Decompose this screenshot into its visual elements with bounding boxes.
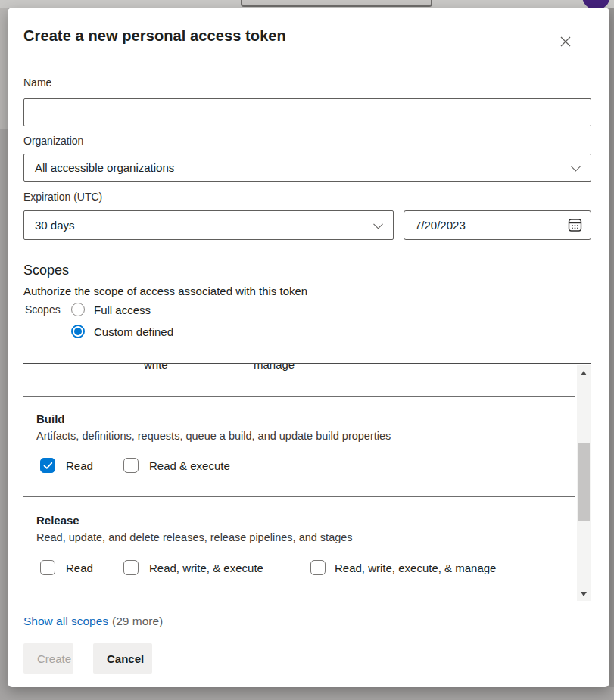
scope-section-release-title: Release bbox=[36, 514, 79, 527]
name-label: Name bbox=[23, 76, 51, 89]
background-search-box bbox=[241, 0, 432, 7]
expiration-label: Expiration (UTC) bbox=[23, 191, 102, 203]
checkbox-checked-icon[interactable] bbox=[40, 458, 55, 473]
scope-section-build-description: Artifacts, definitions, requests, queue … bbox=[36, 430, 391, 442]
dialog-title: Create a new personal access token bbox=[23, 27, 286, 45]
show-all-scopes-link[interactable]: Show all scopes bbox=[23, 614, 108, 627]
build-permissions-row: Read Read & execute bbox=[23, 458, 575, 474]
organization-label: Organization bbox=[23, 135, 83, 147]
checkbox-icon[interactable] bbox=[123, 560, 139, 575]
checkbox-label: Read & execute bbox=[149, 459, 230, 472]
chevron-down-icon bbox=[373, 219, 383, 229]
section-divider bbox=[23, 396, 575, 397]
cancel-button[interactable]: Cancel bbox=[93, 643, 152, 674]
expiration-date-value: 7/20/2023 bbox=[404, 219, 466, 232]
chevron-down-icon bbox=[571, 161, 581, 171]
scrollbar-thumb[interactable] bbox=[578, 443, 590, 521]
dimmed-page-right-edge bbox=[609, 8, 614, 687]
scopes-scroll-area: write manage Build Artifacts, definition… bbox=[23, 363, 591, 601]
checkbox-icon[interactable] bbox=[40, 560, 55, 575]
create-pat-dialog: Create a new personal access token Name … bbox=[8, 8, 609, 687]
scopes-heading: Scopes bbox=[23, 263, 69, 278]
footer-link-row: Show all scopes(29 more) bbox=[23, 614, 163, 628]
checkbox-label: Read bbox=[66, 459, 93, 472]
clipped-scope-row: write manage bbox=[23, 364, 575, 371]
expiration-date-field[interactable]: 7/20/2023 bbox=[404, 210, 591, 240]
radio-full-access-label: Full access bbox=[94, 303, 151, 316]
expiration-duration-dropdown[interactable]: 30 days bbox=[23, 210, 394, 240]
vertical-scrollbar[interactable] bbox=[577, 365, 591, 601]
expiration-duration-value: 30 days bbox=[24, 219, 75, 232]
scope-section-build-title: Build bbox=[36, 412, 65, 425]
checkbox-label: Read, write, & execute bbox=[149, 562, 263, 574]
clipped-text-manage: manage bbox=[254, 364, 295, 371]
scope-section-release-description: Read, update, and delete releases, relea… bbox=[36, 531, 353, 543]
release-permissions-row: Read Read, write, & execute Read, write,… bbox=[23, 560, 575, 577]
checkbox-label: Read, write, execute, & manage bbox=[335, 562, 496, 574]
calendar-icon[interactable] bbox=[568, 218, 582, 235]
organization-dropdown[interactable]: All accessible organizations bbox=[23, 154, 591, 182]
scrollbar-up-arrow-icon[interactable] bbox=[577, 366, 591, 379]
more-scopes-count: (29 more) bbox=[112, 614, 163, 627]
radio-selected-icon[interactable] bbox=[71, 325, 85, 338]
checkbox-icon[interactable] bbox=[123, 458, 139, 473]
organization-dropdown-value: All accessible organizations bbox=[24, 161, 174, 174]
radio-custom-defined[interactable]: Custom defined bbox=[71, 325, 173, 338]
scopes-radio-group-label: Scopes bbox=[25, 303, 61, 316]
checkbox-icon[interactable] bbox=[310, 560, 326, 575]
create-button[interactable]: Create bbox=[23, 643, 73, 674]
clipped-text-write: write bbox=[144, 364, 168, 371]
close-icon[interactable] bbox=[553, 29, 578, 54]
radio-full-access[interactable]: Full access bbox=[71, 303, 151, 316]
dimmed-page-left-edge bbox=[0, 8, 8, 129]
radio-icon[interactable] bbox=[71, 303, 85, 316]
name-input[interactable] bbox=[23, 98, 591, 126]
scrollbar-down-arrow-icon[interactable] bbox=[577, 587, 591, 600]
checkbox-label: Read bbox=[66, 562, 93, 574]
section-divider bbox=[23, 496, 575, 497]
radio-custom-defined-label: Custom defined bbox=[94, 325, 173, 338]
scopes-subtitle: Authorize the scope of access associated… bbox=[23, 285, 307, 297]
